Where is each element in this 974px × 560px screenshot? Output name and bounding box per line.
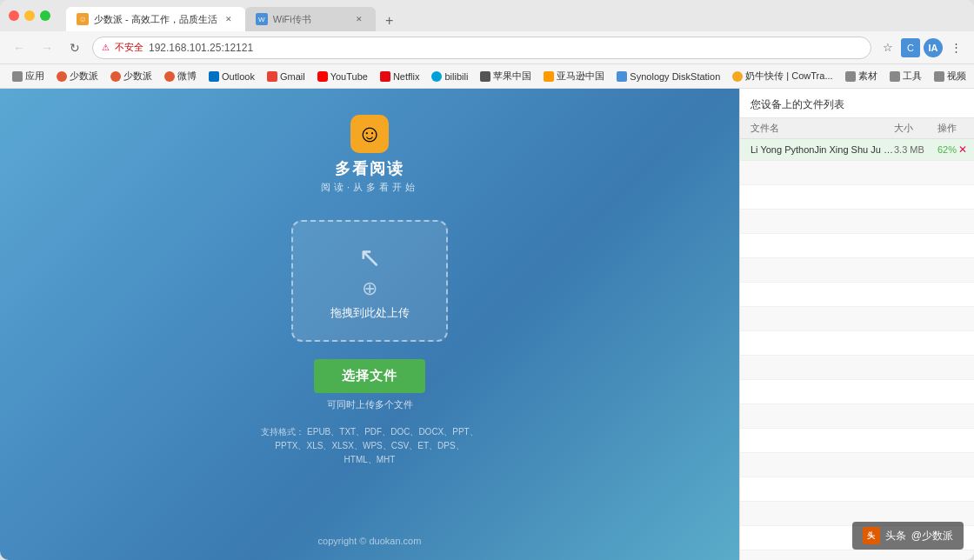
bookmark-icon: [544, 71, 554, 82]
col-header-name: 文件名: [751, 122, 894, 135]
traffic-lights: [9, 10, 50, 21]
bookmark-icon: [380, 71, 390, 82]
bookmark-icon: [267, 71, 277, 82]
refresh-button[interactable]: ↻: [64, 37, 85, 58]
drag-drop-area[interactable]: ↖ ⊕ 拖拽到此处上传: [291, 220, 448, 342]
file-cancel-button[interactable]: ✕: [958, 143, 967, 156]
file-row-empty: [740, 380, 974, 404]
bookmark-cowtransfer[interactable]: 奶牛快传 | CowTra...: [727, 68, 837, 84]
tab-title-active: 少数派 - 高效工作，品质生活: [94, 13, 217, 26]
file-row-empty: [740, 234, 974, 258]
format-list-3: HTML、MHT: [344, 455, 396, 464]
bookmarks-bar: 应用 少数派 少数派 微博 Outlook Gmail YouTube Net: [0, 64, 974, 89]
format-list-2: PPTX、XLS、XLSX、WPS、CSV、ET、DPS、: [275, 441, 464, 450]
address-bar[interactable]: ⚠ 不安全 192.168.101.25:12121: [92, 37, 871, 59]
file-panel-header: 您设备上的文件列表: [740, 89, 974, 118]
bookmark-gmail[interactable]: Gmail: [262, 70, 310, 83]
file-item-name: Li Yong PythonJin Xing Shu Ju Fen Xi (0'…: [751, 144, 894, 155]
security-label: 不安全: [115, 41, 143, 54]
file-table-header: 文件名 大小 操作: [740, 118, 974, 139]
bookmark-icon: [110, 71, 121, 82]
profile-icon[interactable]: IA: [924, 38, 943, 57]
file-row-empty: [740, 453, 974, 477]
bookmark-synology[interactable]: Synology DiskStation: [611, 70, 725, 83]
tab-active[interactable]: ☺ 少数派 - 高效工作，品质生活 ✕: [66, 7, 245, 31]
tab-close-wifi[interactable]: ✕: [353, 13, 365, 25]
bookmark-apps[interactable]: 应用: [7, 68, 50, 84]
bookmark-icon: [164, 71, 175, 82]
bookmark-outlook[interactable]: Outlook: [203, 70, 260, 83]
bookmark-apple[interactable]: 苹果中国: [475, 68, 537, 84]
bookmark-icon: [209, 71, 219, 82]
tab-wifi[interactable]: W WiFi传书 ✕: [245, 7, 376, 31]
close-button[interactable]: [9, 10, 19, 21]
bookmark-icon: [480, 71, 490, 82]
maximize-button[interactable]: [40, 10, 50, 21]
main-content: ☺ 多看阅读 阅读·从多看开始 ↖ ⊕ 拖拽到此处上传 选择文件 可同时上传多个…: [0, 89, 974, 560]
bookmark-icon: [617, 71, 627, 82]
forward-button[interactable]: →: [37, 37, 57, 58]
menu-icon[interactable]: ⋮: [946, 38, 965, 57]
bookmark-shaosupai2[interactable]: 少数派: [105, 68, 157, 84]
bookmark-amazon[interactable]: 亚马逊中国: [538, 68, 610, 84]
bookmark-icon: [732, 71, 743, 82]
col-header-size: 大小: [894, 122, 937, 135]
bookmark-icon: [317, 71, 328, 82]
tab-close-active[interactable]: ✕: [223, 13, 235, 25]
col-header-action: 操作: [937, 122, 964, 135]
bookmark-youtube[interactable]: YouTube: [312, 70, 373, 83]
bookmark-icon: [934, 71, 944, 82]
file-row-empty: [740, 429, 974, 453]
duokan-logo-text: 多看阅读: [335, 158, 404, 179]
duokan-logo: ☺ 多看阅读 阅读·从多看开始: [321, 115, 418, 194]
select-file-button[interactable]: 选择文件: [314, 359, 425, 393]
bookmark-shaosupai1[interactable]: 少数派: [51, 68, 103, 84]
file-panel-title: 您设备上的文件列表: [751, 97, 964, 112]
tab-favicon-duokan: ☺: [77, 13, 89, 25]
duokan-logo-icon: ☺: [350, 115, 389, 153]
new-tab-button[interactable]: +: [379, 10, 400, 31]
bookmark-sucai[interactable]: 素材: [840, 68, 883, 84]
file-row-empty: [740, 307, 974, 331]
extension-icon[interactable]: C: [901, 38, 920, 57]
file-row-empty: [740, 404, 974, 429]
file-item-size: 3.3 MB: [894, 144, 937, 155]
bookmark-tools[interactable]: 工具: [884, 68, 927, 84]
file-row-empty: [740, 210, 974, 234]
file-row-empty: [740, 356, 974, 380]
back-button[interactable]: ←: [9, 37, 30, 58]
security-icon: ⚠: [102, 43, 110, 52]
tabs-area: ☺ 少数派 - 高效工作，品质生活 ✕ W WiFi传书 ✕ +: [66, 0, 965, 31]
bookmark-icon[interactable]: ☆: [878, 38, 897, 57]
watermark-logo: 头: [863, 527, 880, 544]
watermark-platform: 头条: [885, 529, 906, 543]
file-item-progress: 62% ✕: [937, 143, 964, 156]
watermark: 头 头条 @少数派: [852, 522, 964, 550]
file-row-empty: [740, 185, 974, 210]
file-list: Li Yong PythonJin Xing Shu Ju Fen Xi (0'…: [740, 139, 974, 560]
minimize-button[interactable]: [24, 10, 35, 21]
copyright-text: copyright © duokan.com: [318, 536, 422, 546]
file-row-empty: [740, 161, 974, 185]
bookmark-icon: [57, 71, 67, 82]
bookmark-video[interactable]: 视频: [929, 68, 971, 84]
url-text[interactable]: 192.168.101.25:12121: [149, 42, 862, 54]
file-row-empty: [740, 477, 974, 502]
bookmark-weibo[interactable]: 微博: [159, 68, 202, 84]
browser-window: ☺ 少数派 - 高效工作，品质生活 ✕ W WiFi传书 ✕ + ← → ↻ ⚠…: [0, 0, 974, 560]
bookmark-netflix[interactable]: Netflix: [375, 70, 425, 83]
bookmark-icon: [890, 71, 900, 82]
format-list: EPUB、TXT、PDF、DOC、DOCX、PPT、: [307, 427, 478, 437]
drag-upload-label: 拖拽到此处上传: [330, 305, 410, 321]
select-file-sub: 可同时上传多个文件: [327, 398, 413, 411]
file-row-empty: [740, 331, 974, 356]
tab-title-wifi: WiFi传书: [273, 13, 348, 26]
file-row-empty: [740, 550, 974, 560]
support-formats: 支持格式： EPUB、TXT、PDF、DOC、DOCX、PPT、 PPTX、XL…: [261, 425, 477, 467]
upload-plus-icon: ⊕: [362, 277, 377, 300]
bookmark-icon: [12, 71, 23, 82]
toolbar-icons: ☆ C IA ⋮: [878, 38, 965, 57]
bookmark-bilibili[interactable]: bilibili: [426, 70, 473, 83]
bookmark-icon: [431, 71, 442, 82]
bookmark-icon: [845, 71, 856, 82]
